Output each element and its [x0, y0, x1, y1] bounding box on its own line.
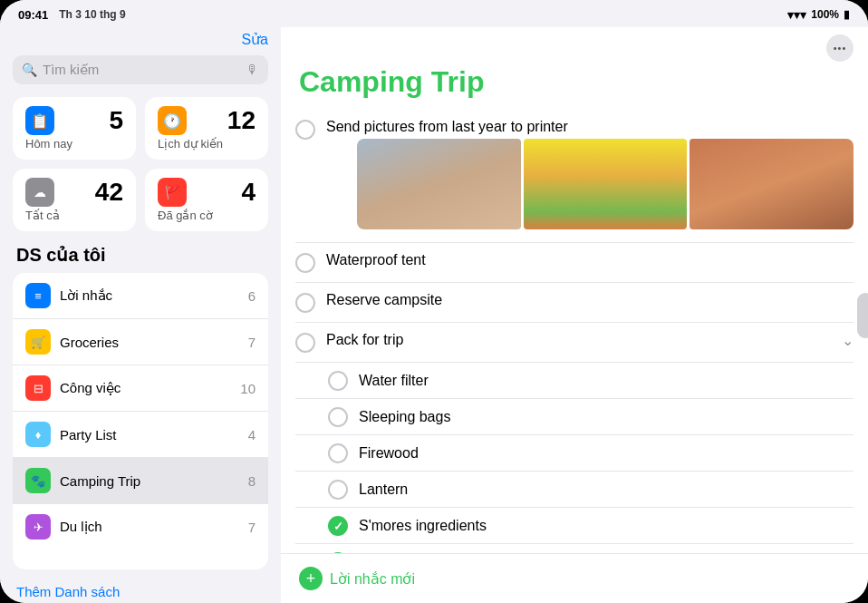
task-send-pictures-text: Send pictures from last year to printer: [326, 119, 568, 134]
mic-icon: 🎙: [246, 63, 259, 77]
subtask-water-filter-checkbox[interactable]: [328, 371, 348, 391]
task-waterproof-tent-checkbox[interactable]: [295, 253, 315, 273]
reminders-count: 6: [248, 288, 256, 304]
sidebar-item-reminders[interactable]: ≡ Lời nhắc 6: [13, 273, 268, 319]
more-button[interactable]: •••: [826, 34, 854, 62]
groceries-icon: 🛒: [25, 329, 51, 355]
right-pane: ••• Camping Trip Send pictures from last…: [281, 27, 868, 603]
add-reminder-icon: +: [299, 567, 323, 590]
tile-scheduled[interactable]: 🕐 12 Lịch dự kiến: [145, 97, 268, 160]
add-reminder-label: Lời nhắc mới: [330, 570, 415, 588]
subtask-firewood[interactable]: Firewood: [295, 435, 854, 472]
search-icon: 🔍: [22, 63, 37, 77]
add-list-button[interactable]: Thêm Danh sách: [13, 580, 268, 603]
subtask-lantern[interactable]: Lantern: [295, 472, 854, 508]
tile-today-icon: 📋: [25, 106, 54, 135]
wifi-icon: ▾▾▾: [787, 8, 806, 22]
more-icon: •••: [834, 43, 847, 53]
reminders-icon: ≡: [25, 283, 51, 308]
tile-flagged-label: Đã gắn cờ: [158, 209, 256, 222]
tile-today-count: 5: [109, 106, 123, 135]
tile-all-icon: ☁: [25, 178, 54, 207]
campingtrip-label: Camping Trip: [60, 473, 248, 489]
subtask-smores[interactable]: S'mores ingredients: [295, 508, 854, 544]
campingtrip-count: 8: [248, 473, 256, 489]
sidebar: Sửa 🔍 Tìm kiếm 🎙 📋 5 Hôm nay: [0, 27, 281, 603]
partylist-icon: ♦: [25, 422, 51, 447]
task-waterproof-tent-text: Waterproof tent: [326, 252, 854, 268]
subtask-sleeping-bags-checkbox[interactable]: [328, 407, 348, 427]
subtask-lantern-checkbox[interactable]: [328, 480, 348, 500]
battery-icon: ▮: [844, 8, 850, 21]
subtask-firewood-text: Firewood: [359, 445, 854, 462]
tile-scheduled-icon: 🕐: [158, 106, 187, 135]
expand-chevron-icon[interactable]: ⌄: [842, 332, 854, 349]
side-handle: [857, 293, 868, 338]
sidebar-header: Sửa: [13, 27, 268, 55]
partylist-label: Party List: [60, 427, 248, 443]
edit-button[interactable]: Sửa: [241, 31, 268, 48]
main-content: Sửa 🔍 Tìm kiếm 🎙 📋 5 Hôm nay: [0, 27, 868, 603]
ipad-frame: 09:41 Th 3 10 thg 9 ▾▾▾ 100% ▮ Sửa 🔍 Tìm…: [0, 0, 868, 603]
my-lists-title: DS của tôi: [13, 244, 268, 266]
status-date: Th 3 10 thg 9: [59, 8, 125, 21]
task-pack-for-trip[interactable]: Pack for trip ⌄: [295, 323, 854, 363]
work-label: Công việc: [60, 380, 240, 396]
sidebar-item-campingtrip[interactable]: 🐾 Camping Trip 8: [13, 458, 268, 504]
sidebar-item-travel[interactable]: ✈ Du lịch 7: [13, 504, 268, 550]
battery-pct: 100%: [811, 8, 839, 21]
travel-count: 7: [248, 520, 256, 535]
task-reserve-campsite-text: Reserve campsite: [326, 292, 854, 308]
subtask-sleeping-bags[interactable]: Sleeping bags: [295, 399, 854, 435]
tile-flagged-count: 4: [241, 178, 256, 207]
campingtrip-icon: 🐾: [25, 468, 51, 493]
status-time: 09:41: [18, 8, 48, 22]
tile-all-count: 42: [95, 178, 123, 207]
groceries-count: 7: [248, 335, 256, 350]
sidebar-item-work[interactable]: ⊟ Công việc 10: [13, 365, 268, 412]
tile-today[interactable]: 📋 5 Hôm nay: [13, 97, 136, 160]
tile-all[interactable]: ☁ 42 Tất cả: [13, 169, 136, 231]
sidebar-item-partylist[interactable]: ♦ Party List 4: [13, 412, 268, 458]
status-bar: 09:41 Th 3 10 thg 9 ▾▾▾ 100% ▮: [0, 0, 868, 27]
tile-scheduled-label: Lịch dự kiến: [158, 137, 256, 151]
subtask-sleeping-bags-text: Sleeping bags: [359, 409, 854, 425]
task-image-2: [524, 139, 688, 229]
task-reserve-campsite[interactable]: Reserve campsite: [295, 283, 854, 323]
subtask-bug-spray[interactable]: Bug spray: [295, 544, 854, 553]
task-send-pictures[interactable]: Send pictures from last year to printer: [295, 110, 854, 243]
add-reminder-row[interactable]: + Lời nhắc mới: [281, 553, 868, 603]
work-icon: ⊟: [25, 375, 51, 401]
search-placeholder: Tìm kiếm: [43, 62, 241, 78]
subtask-water-filter[interactable]: Water filter: [295, 363, 854, 399]
task-pack-for-trip-checkbox[interactable]: [295, 333, 315, 353]
search-bar[interactable]: 🔍 Tìm kiếm 🎙: [13, 55, 268, 84]
tile-flagged-icon: 🚩: [158, 178, 187, 207]
lists-container: ≡ Lời nhắc 6 🛒 Groceries 7 ⊟ Công việc 1…: [13, 273, 268, 569]
right-pane-header: •••: [281, 27, 868, 65]
subtask-water-filter-text: Water filter: [359, 373, 854, 389]
task-image-1: [357, 139, 521, 229]
tile-all-label: Tất cả: [25, 209, 123, 222]
tile-flagged[interactable]: 🚩 4 Đã gắn cờ: [145, 169, 268, 231]
travel-icon: ✈: [25, 514, 51, 540]
subtask-lantern-text: Lantern: [359, 481, 854, 498]
tile-today-label: Hôm nay: [25, 137, 123, 151]
task-reserve-campsite-checkbox[interactable]: [295, 293, 315, 313]
task-waterproof-tent[interactable]: Waterproof tent: [295, 243, 854, 283]
subtask-firewood-checkbox[interactable]: [328, 443, 348, 463]
reminders-label: Lời nhắc: [60, 287, 248, 304]
subtask-smores-text: S'mores ingredients: [359, 518, 854, 534]
partylist-count: 4: [248, 427, 256, 443]
summary-tiles: 📋 5 Hôm nay 🕐 12 Lịch dự kiến ☁ 42: [13, 97, 268, 231]
subtask-smores-checkbox[interactable]: [328, 516, 348, 536]
task-pack-for-trip-text: Pack for trip: [326, 332, 842, 348]
groceries-label: Groceries: [60, 335, 248, 350]
tile-scheduled-count: 12: [227, 106, 256, 135]
status-right: ▾▾▾ 100% ▮: [787, 8, 850, 22]
task-send-pictures-checkbox[interactable]: [295, 120, 315, 140]
sidebar-item-groceries[interactable]: 🛒 Groceries 7: [13, 319, 268, 365]
tasks-list: Send pictures from last year to printer …: [281, 110, 868, 553]
list-title: Camping Trip: [281, 65, 868, 110]
task-image-3: [690, 139, 854, 229]
